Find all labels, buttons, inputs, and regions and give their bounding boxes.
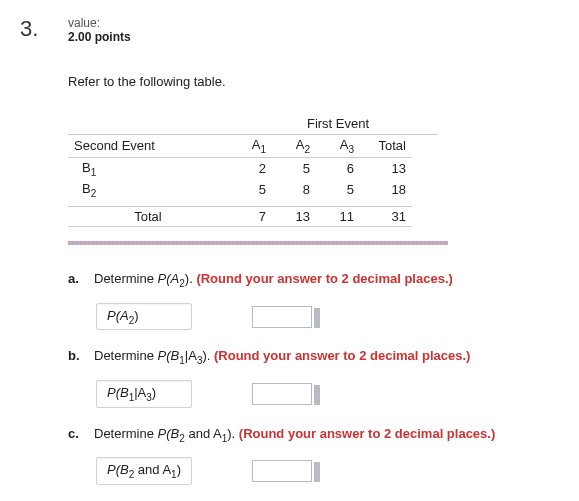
first-event-header: First Event bbox=[238, 113, 438, 135]
part-letter: c. bbox=[68, 426, 86, 441]
part-c-input[interactable] bbox=[252, 460, 312, 482]
value-points: 2.00 points bbox=[68, 30, 131, 44]
table-row: B2 5 8 5 18 bbox=[68, 179, 412, 201]
part-letter: a. bbox=[68, 271, 86, 286]
part-a-label: P(A2) bbox=[96, 303, 192, 331]
value-label: value: bbox=[68, 16, 131, 30]
part-c-label: P(B2 and A1) bbox=[96, 457, 192, 485]
part-c: c. Determine P(B2 and A1). (Round your a… bbox=[68, 426, 559, 485]
part-letter: b. bbox=[68, 348, 86, 363]
col-total: Total bbox=[360, 135, 412, 157]
col-a3: A3 bbox=[316, 135, 360, 157]
part-b-prompt: Determine P(B1|A3). (Round your answer t… bbox=[94, 348, 470, 366]
part-b-input[interactable] bbox=[252, 383, 312, 405]
part-b: b. Determine P(B1|A3). (Round your answe… bbox=[68, 348, 559, 407]
part-c-prompt: Determine P(B2 and A1). (Round your answ… bbox=[94, 426, 495, 444]
col-a2: A2 bbox=[272, 135, 316, 157]
part-a: a. Determine P(A2). (Round your answer t… bbox=[68, 271, 559, 330]
part-a-input[interactable] bbox=[252, 306, 312, 328]
divider bbox=[68, 241, 448, 245]
value-block: value: 2.00 points bbox=[68, 16, 131, 44]
input-marker-icon bbox=[314, 308, 320, 328]
probability-table: First Event Second Event A1 A2 A3 Total … bbox=[68, 113, 559, 227]
second-event-header: Second Event bbox=[68, 135, 228, 157]
input-marker-icon bbox=[314, 462, 320, 482]
part-a-prompt: Determine P(A2). (Round your answer to 2… bbox=[94, 271, 453, 289]
total-row: Total 7 13 11 31 bbox=[68, 207, 412, 227]
refer-text: Refer to the following table. bbox=[68, 74, 559, 89]
question-number: 3. bbox=[20, 16, 68, 42]
part-b-label: P(B1|A3) bbox=[96, 380, 192, 408]
table-row: B1 2 5 6 13 bbox=[68, 157, 412, 179]
col-a1: A1 bbox=[228, 135, 272, 157]
input-marker-icon bbox=[314, 385, 320, 405]
